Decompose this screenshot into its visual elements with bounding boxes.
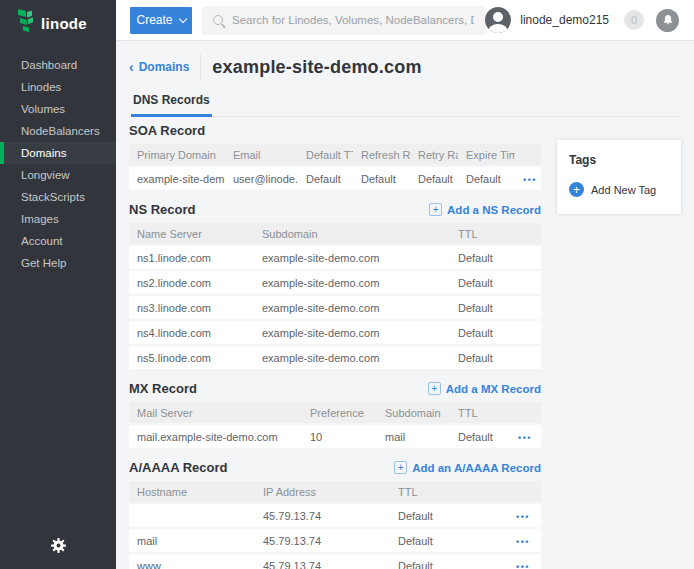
search-input[interactable] [232,14,474,26]
subdomain-cell: example-site-demo.com [254,277,450,289]
column-header: Retry Rate [410,149,458,161]
default-ttl-cell: Default [298,173,353,185]
ttl-cell: Default [390,560,465,569]
breadcrumb-back-link[interactable]: ‹ Domains [129,60,189,74]
column-header: Hostname [129,486,255,498]
preference-cell: 10 [302,431,377,443]
ns-section-title: NS Record [129,202,195,217]
chevron-down-icon [178,14,186,22]
ttl-cell: Default [390,510,465,522]
user-avatar[interactable] [485,7,511,33]
username[interactable]: linode_demo215 [520,13,609,27]
linode-logo[interactable]: linode [0,0,116,50]
ns-section-header: NS Record + Add a NS Record [129,202,541,217]
table-row: 45.79.13.74 Default ••• [129,504,541,527]
ttl-cell: Default [450,352,541,364]
subdomain-cell: example-site-demo.com [254,327,450,339]
add-mx-record-button[interactable]: + Add a MX Record [428,382,541,395]
sidebar-item-dashboard[interactable]: Dashboard [0,54,116,76]
page-title: example-site-demo.com [212,57,421,78]
soa-table-header: Primary Domain Email Default TTL Refresh… [129,144,541,165]
back-chevron-icon: ‹ [129,61,134,73]
a-table: Hostname IP Address TTL 45.79.13.74 Defa… [129,481,541,569]
table-row: example-site-demo.com user@linode.com De… [129,167,541,190]
row-actions-ellipsis-icon[interactable]: ••• [516,512,530,522]
row-actions-ellipsis-icon[interactable]: ••• [523,175,537,185]
column-header: Name Server [129,228,254,240]
add-ns-record-label: Add a NS Record [447,204,541,216]
sidebar-item-account[interactable]: Account [0,230,116,252]
row-actions-ellipsis-icon[interactable]: ••• [518,433,532,443]
tab-dns-records[interactable]: DNS Records [131,87,212,117]
expire-time-cell: Default [458,173,515,185]
notifications-bell-icon[interactable] [656,9,679,32]
ttl-cell: Default [390,535,465,547]
table-row: ns5.linode.com example-site-demo.com Def… [129,346,541,369]
ip-address-cell: 45.79.13.74 [255,560,390,569]
topbar-right: linode_demo215 0 [485,7,679,33]
column-header: Refresh Rate [353,149,410,161]
email-cell: user@linode.com [225,173,298,185]
table-row: www 45.79.13.74 Default ••• [129,554,541,569]
sidebar-item-linodes[interactable]: Linodes [0,76,116,98]
sidebar-item-nodebalancers[interactable]: NodeBalancers [0,120,116,142]
subdomain-cell: mail [377,431,450,443]
tags-panel-title: Tags [569,153,669,167]
create-button[interactable]: Create [130,7,192,34]
column-header: Email [225,149,298,161]
mail-server-cell: mail.example-site-demo.com [129,431,302,443]
linode-logo-icon [15,9,35,37]
table-row: ns1.linode.com example-site-demo.com Def… [129,246,541,269]
topbar: Create linode_demo215 0 [116,0,694,41]
row-actions-ellipsis-icon[interactable]: ••• [516,537,530,547]
subdomain-cell: example-site-demo.com [254,352,450,364]
sidebar-item-longview[interactable]: Longview [0,164,116,186]
add-new-tag-label: Add New Tag [591,184,656,196]
refresh-rate-cell: Default [353,173,410,185]
column-header: TTL [450,407,510,419]
retry-rate-cell: Default [410,173,458,185]
ns-table: Name Server Subdomain TTL ns1.linode.com… [129,223,541,369]
table-row: mail.example-site-demo.com 10 mail Defau… [129,425,541,448]
column-header: IP Address [255,486,390,498]
column-header: Mail Server [129,407,302,419]
notification-count-badge[interactable]: 0 [624,10,644,30]
ttl-cell: Default [450,252,541,264]
sidebar-item-get-help[interactable]: Get Help [0,252,116,274]
ip-address-cell: 45.79.13.74 [255,510,390,522]
ns-table-header: Name Server Subdomain TTL [129,223,541,244]
tab-bar: DNS Records [129,87,681,117]
search-icon [213,15,223,25]
plus-icon: + [394,461,407,474]
ttl-cell: Default [450,302,541,314]
breadcrumb-divider [200,54,201,81]
a-table-header: Hostname IP Address TTL [129,481,541,502]
add-a-record-label: Add an A/AAAA Record [412,462,541,474]
soa-table: Primary Domain Email Default TTL Refresh… [129,144,541,190]
add-new-tag-button[interactable]: + Add New Tag [569,182,669,197]
column-header: Primary Domain [129,149,225,161]
soa-section-header: SOA Record [129,123,541,138]
sidebar-nav: Dashboard Linodes Volumes NodeBalancers … [0,54,116,274]
column-header: Preference [302,407,377,419]
sidebar-item-stackscripts[interactable]: StackScripts [0,186,116,208]
breadcrumb: ‹ Domains example-site-demo.com [129,53,681,81]
sidebar-item-domains[interactable]: Domains [0,142,116,164]
sidebar-item-volumes[interactable]: Volumes [0,98,116,120]
column-header: Subdomain [254,228,450,240]
add-mx-record-label: Add a MX Record [446,383,541,395]
hostname-cell: www [129,560,255,569]
mx-section-header: MX Record + Add a MX Record [129,381,541,396]
table-row: ns2.linode.com example-site-demo.com Def… [129,271,541,294]
mx-table-header: Mail Server Preference Subdomain TTL [129,402,541,423]
soa-section-title: SOA Record [129,123,205,138]
column-header: Expire Time [458,149,515,161]
primary-domain-cell: example-site-demo.com [129,173,225,185]
create-button-label: Create [136,13,172,27]
settings-gear-icon[interactable] [0,538,116,557]
row-actions-ellipsis-icon[interactable]: ••• [516,562,530,569]
sidebar-item-images[interactable]: Images [0,208,116,230]
add-ns-record-button[interactable]: + Add a NS Record [429,203,541,216]
search-box[interactable] [202,6,485,35]
add-a-record-button[interactable]: + Add an A/AAAA Record [394,461,541,474]
